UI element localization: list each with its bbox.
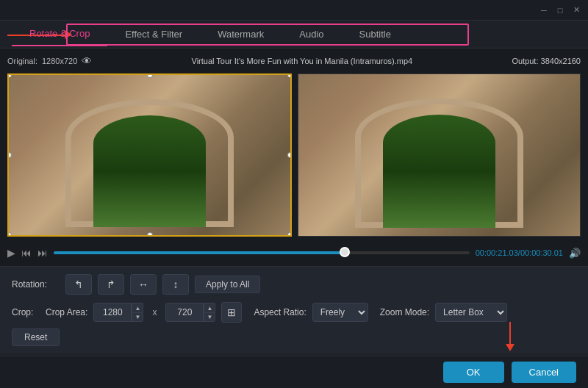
flip-h-button[interactable]: ↔ (130, 274, 157, 295)
controls-area: Rotation: ↰ ↱ ↔ ↕ Apply to All Crop: Cro… (0, 266, 588, 353)
annotation-down-arrow (506, 322, 514, 351)
crop-width-spinners: ▲ ▼ (132, 303, 143, 322)
minimize-button[interactable]: ─ (538, 4, 550, 16)
tab-bar: Rotate & Crop Effect & Filter Watermark … (0, 21, 588, 48)
crop-height-field[interactable] (165, 303, 204, 322)
crop-height-input: ▲ ▼ (165, 303, 215, 322)
zoom-mode-label: Zoom Mode: (380, 307, 429, 317)
next-button[interactable]: ⏭ (37, 247, 48, 259)
crop-height-down[interactable]: ▼ (204, 312, 215, 322)
crop-width-up[interactable]: ▲ (132, 303, 143, 312)
play-button[interactable]: ▶ (7, 247, 15, 259)
preview-header: Original: 1280x720 👁 Virtual Tour It's M… (0, 48, 588, 71)
annotation-down-head (506, 344, 514, 351)
timeline-progress (54, 251, 345, 254)
aspect-ratio-select[interactable]: Freely Original 16:9 4:3 1:1 (312, 303, 368, 322)
crop-label: Crop: (12, 307, 40, 317)
tab-audio[interactable]: Audio (282, 23, 341, 46)
rotation-row: Rotation: ↰ ↱ ↔ ↕ Apply to All (12, 274, 576, 295)
cancel-button[interactable]: Cancel (512, 362, 576, 383)
reset-button[interactable]: Reset (12, 328, 60, 346)
crop-area-label: Crop Area: (46, 307, 87, 317)
original-label: Original: (7, 57, 37, 65)
crop-width-down[interactable]: ▼ (132, 312, 143, 322)
flip-v-button[interactable]: ↕ (162, 274, 189, 295)
close-button[interactable]: ✕ (570, 4, 582, 16)
crop-handle-tr[interactable] (287, 73, 292, 78)
current-time: 00:00:21.03/00:00:30.01 (476, 248, 563, 257)
volume-icon[interactable]: 🔊 (569, 248, 581, 259)
timeline-track[interactable] (54, 251, 470, 254)
ok-button[interactable]: OK (443, 362, 504, 383)
tab-rotate-crop[interactable]: Rotate & Crop (12, 22, 107, 46)
tab-effect-filter[interactable]: Effect & Filter (107, 23, 200, 46)
annotation-down-line (509, 322, 511, 344)
crop-height-up[interactable]: ▲ (204, 303, 215, 312)
eye-icon[interactable]: 👁 (82, 55, 92, 67)
output-label: Output: 3840x2160 (512, 57, 581, 65)
tab-watermark[interactable]: Watermark (200, 23, 282, 46)
rotation-label: Rotation: (12, 279, 60, 290)
crop-handle-br[interactable] (287, 232, 292, 237)
rotate-ccw-button[interactable]: ↰ (65, 274, 92, 295)
rotate-cw-button[interactable]: ↱ (98, 274, 124, 295)
bottom-bar: OK Cancel (0, 356, 588, 388)
crop-center-button[interactable]: ⊞ (221, 302, 242, 323)
x-separator: x (152, 307, 157, 317)
timeline: ▶ ⏮ ⏭ 00:00:21.03/00:00:30.01 🔊 (0, 240, 588, 266)
crop-handle-rm[interactable] (287, 152, 292, 158)
output-resolution: 3840x2160 (541, 57, 581, 65)
timeline-thumb[interactable] (340, 247, 350, 257)
video-panels (0, 71, 588, 240)
crop-width-field[interactable] (93, 303, 132, 322)
video-panel-original (7, 73, 292, 237)
crop-handle-bl[interactable] (7, 232, 12, 237)
crop-height-spinners: ▲ ▼ (204, 303, 215, 322)
preview-filename: Virtual Tour It's More Fun with You in M… (92, 57, 512, 65)
prev-button[interactable]: ⏮ (21, 247, 32, 259)
crop-handle-bm[interactable] (147, 232, 153, 237)
apply-to-all-button[interactable]: Apply to All (195, 276, 260, 293)
maximize-button[interactable]: □ (554, 4, 566, 16)
crop-width-input: ▲ ▼ (93, 303, 143, 322)
video-panel-output (298, 73, 581, 237)
aspect-ratio-label: Aspect Ratio: (254, 307, 306, 317)
crop-row: Crop: Crop Area: ▲ ▼ x ▲ ▼ ⊞ Aspect Rati… (12, 302, 576, 323)
tab-subtitle[interactable]: Subtitle (342, 23, 409, 46)
zoom-mode-select[interactable]: Letter Box Pan & Scan Full (435, 303, 507, 322)
original-resolution: 1280x720 (42, 57, 77, 65)
title-bar: ─ □ ✕ (0, 0, 588, 21)
